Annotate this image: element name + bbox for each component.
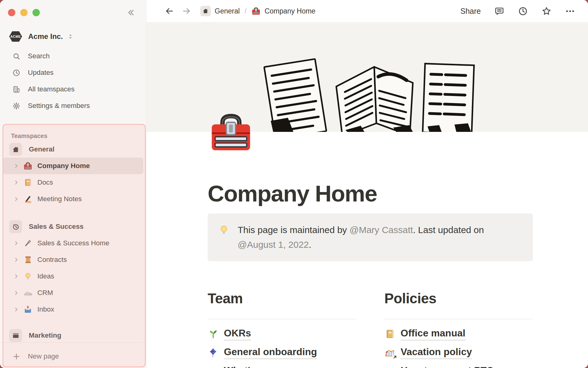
minimize-window-button[interactable] xyxy=(20,9,28,16)
teamspace-sales-success[interactable]: Sales & Success xyxy=(0,218,146,235)
team-heading: Team xyxy=(208,290,356,307)
page-body: Company Home This page is maintained by … xyxy=(146,132,533,368)
notebook-icon xyxy=(23,178,32,187)
two-column-layout: Team OKRs General onboarding xyxy=(208,290,533,368)
light-bulb-icon xyxy=(23,272,32,281)
teamspace-marketing[interactable]: Marketing xyxy=(0,329,146,342)
clock-icon[interactable] xyxy=(518,6,528,16)
roller-coaster-icon xyxy=(384,347,395,358)
sneaker-icon xyxy=(23,288,32,297)
mention-date[interactable]: @August 1, 2022 xyxy=(238,240,309,250)
chevron-right-icon[interactable] xyxy=(13,196,20,202)
sidebar-divider xyxy=(0,342,146,343)
inbox-tray-icon xyxy=(23,305,32,314)
clock-history-icon xyxy=(9,220,22,233)
close-window-button[interactable] xyxy=(8,9,15,16)
link-whats-new[interactable]: What's new xyxy=(208,365,356,368)
collapse-sidebar-icon[interactable] xyxy=(126,8,135,17)
policies-heading: Policies xyxy=(384,290,533,307)
rolled-newspaper-icon xyxy=(208,366,219,368)
sidebar-nav: Search Updates All teamspaces Settings &… xyxy=(0,48,146,114)
search-icon xyxy=(12,52,21,60)
writing-hand-icon xyxy=(23,194,32,204)
building-icon xyxy=(12,85,21,94)
clapperboard-icon xyxy=(9,329,22,342)
divider xyxy=(384,319,533,319)
sidebar-item-ideas[interactable]: Ideas xyxy=(3,268,143,285)
sidebar: ACME Acme Inc. Search Updates All teamsp… xyxy=(0,0,146,368)
back-arrow-icon[interactable] xyxy=(165,6,174,16)
chevron-right-icon[interactable] xyxy=(13,273,20,280)
ellipsis-icon[interactable] xyxy=(565,6,575,16)
sidebar-item-inbox[interactable]: Inbox xyxy=(3,301,143,318)
breadcrumb-general[interactable]: General xyxy=(200,6,240,16)
topbar-actions: Share xyxy=(460,6,575,16)
sidebar-item-updates[interactable]: Updates xyxy=(0,64,146,81)
breadcrumb: General / Company Home xyxy=(200,6,315,16)
mention-mary-cassatt[interactable]: @Mary Cassatt xyxy=(349,225,413,235)
scroll-icon xyxy=(23,255,32,264)
arrow-up-right-icon xyxy=(392,355,398,360)
main-content: General / Company Home Share xyxy=(146,0,588,368)
sidebar-item-search[interactable]: Search xyxy=(0,48,146,64)
toolbox-icon xyxy=(251,6,261,16)
chevron-right-icon[interactable] xyxy=(13,163,20,169)
chevron-right-icon[interactable] xyxy=(13,289,20,296)
link-office-manual[interactable]: Office manual xyxy=(384,327,533,341)
sidebar-item-settings-members[interactable]: Settings & members xyxy=(0,98,146,114)
link-general-onboarding[interactable]: General onboarding xyxy=(208,346,356,359)
light-bulb-icon xyxy=(218,224,230,236)
chevron-updown-icon xyxy=(66,33,74,40)
policies-column: Policies Office manual Vacation policy xyxy=(384,290,533,368)
notebook-icon xyxy=(384,328,395,339)
breadcrumb-company-home[interactable]: Company Home xyxy=(251,6,315,16)
page-icon-toolbox[interactable] xyxy=(208,109,254,155)
team-column: Team OKRs General onboarding xyxy=(208,290,356,368)
sidebar-item-crm[interactable]: CRM xyxy=(3,285,143,301)
forward-arrow-icon[interactable] xyxy=(182,6,191,16)
page-title[interactable]: Company Home xyxy=(208,132,533,207)
share-button[interactable]: Share xyxy=(460,7,481,16)
toolbox-icon xyxy=(23,161,32,171)
sidebar-item-contracts[interactable]: Contracts xyxy=(3,251,143,268)
sidebar-item-company-home[interactable]: Company Home xyxy=(3,158,143,174)
chevron-right-icon[interactable] xyxy=(13,179,20,186)
kite-icon xyxy=(208,347,219,358)
plus-icon xyxy=(12,352,21,361)
chevron-right-icon[interactable] xyxy=(13,306,20,313)
sidebar-item-sales-success-home[interactable]: Sales & Success Home xyxy=(3,235,143,251)
teamspaces-section-label: Teamspaces xyxy=(0,131,146,141)
topbar: General / Company Home Share xyxy=(146,0,588,22)
zoom-window-button[interactable] xyxy=(32,9,40,16)
sidebar-item-all-teamspaces[interactable]: All teamspaces xyxy=(0,81,146,98)
chevron-right-icon[interactable] xyxy=(13,240,20,247)
workspace-switcher[interactable]: ACME Acme Inc. xyxy=(9,31,146,42)
workspace-name: Acme Inc. xyxy=(28,32,63,41)
cloud-icon xyxy=(384,366,395,368)
notion-window: ACME Acme Inc. Search Updates All teamsp… xyxy=(0,0,588,368)
chevron-right-icon[interactable] xyxy=(13,256,20,263)
house-icon xyxy=(200,6,211,16)
sidebar-item-meeting-notes[interactable]: Meeting Notes xyxy=(3,191,143,207)
gear-icon xyxy=(12,102,21,110)
link-how-to-request-pto[interactable]: How to request PTO xyxy=(384,365,533,368)
link-vacation-policy[interactable]: Vacation policy xyxy=(384,346,533,359)
clock-icon xyxy=(12,69,21,77)
comment-icon[interactable] xyxy=(494,6,504,16)
star-icon[interactable] xyxy=(541,6,552,16)
callout-block[interactable]: This page is maintained by @Mary Cassatt… xyxy=(208,213,533,261)
link-okrs[interactable]: OKRs xyxy=(208,327,356,341)
teamspace-general[interactable]: General xyxy=(0,141,146,158)
sidebar-item-docs[interactable]: Docs xyxy=(3,174,143,191)
new-page-button[interactable]: New page xyxy=(0,349,146,364)
house-icon xyxy=(9,143,22,156)
breadcrumb-separator: / xyxy=(245,7,247,15)
window-controls xyxy=(0,0,146,17)
microphone-icon xyxy=(23,239,32,248)
workspace-logo-icon: ACME xyxy=(9,31,22,42)
divider xyxy=(208,319,356,319)
callout-text: This page is maintained by @Mary Cassatt… xyxy=(238,223,522,252)
seedling-icon xyxy=(208,328,219,339)
